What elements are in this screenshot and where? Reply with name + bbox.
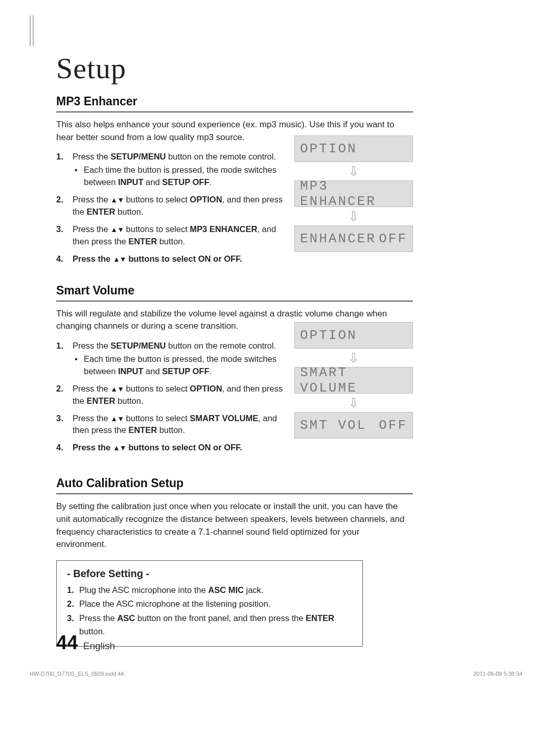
lcd-display: OPTION	[294, 322, 413, 349]
source-file: HW-D700_D770S_ELS_0609.indd 44	[30, 671, 124, 677]
updown-icon: ▲▼	[110, 196, 124, 204]
page-number: 44	[56, 632, 78, 654]
lcd-display: SMART VOLUME	[294, 367, 413, 394]
before-step: 1. Plug the ASC microphone into the ASC …	[67, 584, 352, 597]
lcd-display: OPTION	[294, 135, 413, 162]
step: 4. Press the ▲▼ buttons to select ON or …	[56, 253, 289, 265]
section-title-ac: Auto Calibration Setup	[56, 476, 413, 494]
lcd-display: ENHANCEROFF	[294, 225, 413, 252]
arrow-down-icon: ⇩	[294, 207, 413, 225]
arrow-down-icon: ⇩	[294, 162, 413, 180]
step: 4. Press the ▲▼ buttons to select ON or …	[56, 442, 289, 454]
page-number-block: 44 English	[56, 632, 115, 654]
step: 2. Press the ▲▼ buttons to select OPTION…	[56, 383, 289, 407]
lcd-sequence-sv: OPTION ⇩ SMART VOLUME ⇩ SMT VOLOFF	[294, 322, 413, 439]
updown-icon: ▲▼	[110, 225, 124, 234]
manual-page: Setup MP3 Enhancer This also helps enhan…	[0, 0, 552, 756]
step: 3. Press the ▲▼ buttons to select MP3 EN…	[56, 223, 289, 248]
imprint-line: HW-D700_D770S_ELS_0609.indd 44 2011-06-0…	[30, 671, 522, 677]
step: 3. Press the ▲▼ buttons to select SMART …	[56, 413, 289, 437]
lcd-sequence-mp3: OPTION ⇩ MP3 ENHANCER ⇩ ENHANCEROFF	[294, 135, 413, 252]
steps-mp3: 1. Press the SETUP/MENU button on the re…	[56, 151, 289, 265]
arrow-down-icon: ⇩	[294, 394, 413, 412]
step: 1. Press the SETUP/MENU button on the re…	[56, 151, 289, 189]
step: 1. Press the SETUP/MENU button on the re…	[56, 340, 289, 378]
binding-mark	[30, 15, 34, 46]
step: 2. Press the ▲▼ buttons to select OPTION…	[56, 194, 289, 218]
before-setting-title: - Before Setting -	[67, 568, 352, 580]
step-sub: Each time the button is pressed, the mod…	[73, 353, 289, 378]
section-title-mp3: MP3 Enhancer	[56, 95, 413, 112]
step-sub: Each time the button is pressed, the mod…	[73, 164, 289, 189]
page-language: English	[83, 640, 115, 651]
section-desc-ac: By setting the calibration just once whe…	[56, 500, 409, 551]
arrow-down-icon: ⇩	[294, 349, 413, 367]
before-step: 2. Place the ASC microphone at the liste…	[67, 598, 352, 611]
updown-icon: ▲▼	[113, 255, 126, 263]
lcd-display: MP3 ENHANCER	[294, 180, 413, 207]
updown-icon: ▲▼	[110, 385, 124, 393]
steps-sv: 1. Press the SETUP/MENU button on the re…	[56, 340, 289, 454]
timestamp: 2011-06-09 5:38:34	[473, 671, 522, 677]
lcd-display: SMT VOLOFF	[294, 412, 413, 439]
updown-icon: ▲▼	[110, 415, 124, 423]
chapter-title: Setup	[56, 51, 414, 85]
updown-icon: ▲▼	[113, 444, 126, 452]
section-title-sv: Smart Volume	[56, 284, 413, 302]
